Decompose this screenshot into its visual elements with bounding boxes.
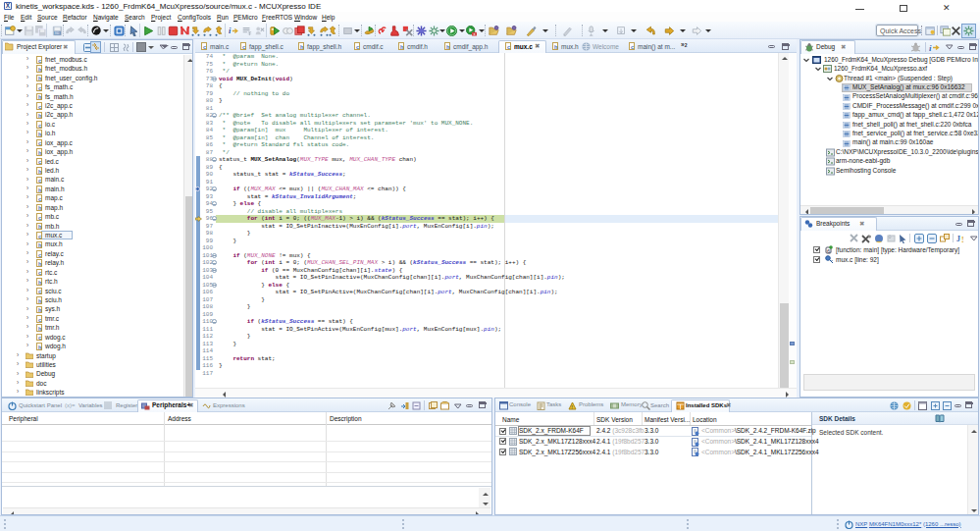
svg-text:360: 360 bbox=[55, 31, 60, 35]
svg-text:i: i bbox=[229, 26, 232, 35]
svg-text:J: J bbox=[956, 235, 960, 243]
svg-text:!: ! bbox=[961, 236, 964, 243]
svg-text:i: i bbox=[929, 43, 932, 53]
